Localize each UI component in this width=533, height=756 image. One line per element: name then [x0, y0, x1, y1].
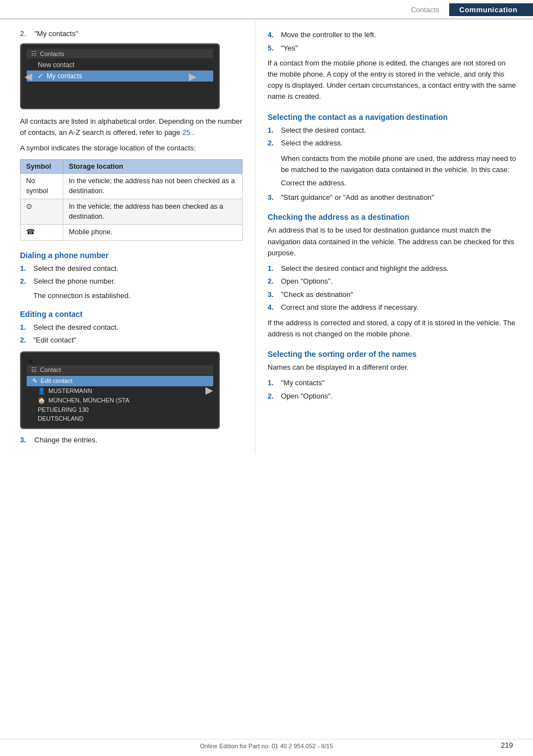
contact-title-icon: ☷	[31, 366, 37, 374]
nav-dest-section-title: Selecting the contact as a navigation de…	[268, 113, 517, 122]
sorting-steps-list: 1."My contacts"2.Open "Options".	[268, 377, 517, 401]
table-cell-description: Mobile phone.	[63, 225, 243, 241]
nav-arrow-right-icon: ▶	[189, 70, 197, 83]
contact-data-row: DEUTSCHLAND	[27, 414, 213, 423]
table-cell-description: In the vehicle; the address has been che…	[63, 199, 243, 225]
main-content: 2. "My contacts" ◀ ☷ Contacts New contac…	[0, 19, 533, 454]
nav-dest-step3-item: 3. "Start guidance" or "Add as another d…	[268, 192, 517, 203]
contact-row-text: MUSTERMANN	[48, 387, 92, 394]
checking-section-title: Checking the address as a destination	[268, 213, 517, 221]
editing-step3: 3. Change the entries.	[20, 436, 243, 444]
table-row: ⊙In the vehicle; the address has been ch…	[21, 199, 243, 225]
step-text: "My contacts"	[281, 377, 325, 389]
contact-data-row: 👤MUSTERMANN	[27, 386, 213, 396]
contact-screen-mockup: ◀ ☷ Contact ✎ Edit contact 👤MUSTERMANN🏠M…	[20, 351, 220, 429]
page-link[interactable]: 25	[182, 128, 190, 137]
contact-row-text: DEUTSCHLAND	[38, 415, 84, 422]
step-text: Select the address.	[281, 138, 343, 149]
contact-row-icon: 👤	[38, 387, 46, 395]
dialing-steps-list: 1.Select the desired contact.2.Select th…	[20, 263, 243, 287]
checking-steps-list: 1.Select the desired contact and highlig…	[268, 263, 517, 313]
table-cell-symbol: ☎	[21, 225, 63, 241]
contact-row-icon: 🏠	[38, 397, 46, 404]
list-item: 2."Edit contact"	[20, 335, 243, 346]
table-cell-description: In the vehicle; the address has not been…	[63, 174, 243, 199]
nav-dest-steps-list: 1.Select the desired contact.2.Select th…	[268, 125, 517, 149]
nav-dest-step3-list: 3. "Start guidance" or "Add as another d…	[268, 192, 517, 203]
step5-num: 5.	[268, 43, 278, 54]
step-num: 1.	[268, 263, 278, 274]
contact-nav-arrow-right-icon: ▶	[205, 384, 213, 396]
screen-title-bar: ☷ Contacts	[27, 49, 213, 58]
step-text: "Edit contact"	[33, 335, 76, 346]
table-col-storage: Storage location	[63, 160, 243, 174]
menu-my-contacts[interactable]: ✓ My contacts	[27, 70, 213, 82]
list-item: 1.Select the desired contact.	[20, 322, 243, 333]
page-footer: Online Edition for Part no. 01 40 2 954 …	[0, 739, 533, 749]
step-text: Open "Options".	[281, 391, 333, 402]
menu-new-contact: New contact	[27, 59, 213, 70]
step4-item: 4. Move the controller to the left.	[268, 29, 517, 41]
nav-dest-indent-text: When contacts from the mobile phone are …	[281, 153, 517, 175]
list-item: 1.Select the desired contact.	[268, 125, 517, 136]
footer-text: Online Edition for Part no. 01 40 2 954 …	[200, 743, 333, 749]
nav-dest-correct: Correct the address.	[281, 178, 517, 189]
nav-dest-step3-text: "Start guidance" or "Add as another dest…	[281, 192, 434, 203]
list-item: 2.Select the phone number.	[20, 276, 243, 287]
table-cell-symbol: No symbol	[21, 174, 63, 199]
contact-row-text: PETUELRING 130	[38, 406, 89, 413]
step-num: 1.	[268, 125, 278, 136]
symbol-table: Symbol Storage location No symbolIn the …	[20, 159, 243, 241]
contacts-screen-mockup: ◀ ☷ Contacts New contact ✓ My contacts ▶	[20, 43, 220, 109]
contact-data-row: 🏠MÜNCHEN, MÜNCHEN (STA	[27, 396, 213, 405]
step-num: 4.	[268, 302, 278, 313]
nav-dest-indent: When contacts from the mobile phone are …	[281, 153, 517, 189]
screen-title: Contacts	[40, 51, 64, 57]
step-text: Select the desired contact.	[281, 125, 366, 136]
table-row: No symbolIn the vehicle; the address has…	[21, 174, 243, 199]
left-column: 2. "My contacts" ◀ ☷ Contacts New contac…	[0, 19, 255, 454]
editing-section-title: Editing a contact	[20, 310, 243, 319]
header-communication-label: Communication	[449, 3, 533, 16]
editing-steps-list: 1.Select the desired contact.2."Edit con…	[20, 322, 243, 346]
right-column: 4. Move the controller to the left. 5. "…	[255, 19, 533, 454]
dialing-note: The connection is established.	[33, 291, 243, 300]
para-alphabetical: All contacts are listed in alphabetical …	[20, 116, 243, 138]
step5-text: "Yes"	[281, 43, 298, 54]
step-text: Select the desired contact and highlight…	[281, 263, 449, 274]
list-item: 1."My contacts"	[268, 377, 517, 389]
checking-para: An address that is to be used for destin…	[268, 225, 517, 258]
steps-4-5-list: 4. Move the controller to the left. 5. "…	[268, 29, 517, 53]
contact-screen-title-bar: ☷ Contact	[27, 365, 213, 375]
step-num: 2.	[268, 138, 278, 149]
editing-step3-num: 3.	[20, 436, 30, 444]
step-text: "Check as destination"	[281, 289, 353, 300]
step2-my-contacts: 2. "My contacts"	[20, 29, 243, 38]
para-symbol: A symbol indicates the storage location …	[20, 143, 243, 154]
list-item: 2.Open "Options".	[268, 276, 517, 287]
step-text: Select the desired contact.	[33, 322, 118, 333]
page-header: Contacts Communication	[0, 0, 533, 19]
step-num: 2.	[20, 335, 30, 346]
step-text: Correct and store the address if necessa…	[281, 302, 419, 313]
step4-text: Move the controller to the left.	[281, 29, 376, 41]
step-num: 2.	[20, 276, 30, 287]
step2-text: "My contacts"	[34, 29, 78, 38]
step-num: 2.	[268, 276, 278, 287]
sorting-para: Names can be displayed in a different or…	[268, 362, 517, 373]
step-num: 3.	[268, 289, 278, 300]
nav-dest-step3-num: 3.	[268, 192, 278, 203]
list-item: 2.Open "Options".	[268, 391, 517, 402]
edit-icon: ✎	[32, 377, 37, 385]
step-num: 1.	[20, 322, 30, 333]
step2-num: 2.	[20, 29, 30, 38]
list-item: 1.Select the desired contact and highlig…	[268, 263, 517, 274]
menu-edit-contact[interactable]: ✎ Edit contact	[27, 376, 213, 386]
table-col-symbol: Symbol	[21, 160, 63, 174]
contact-row-text: MÜNCHEN, MÜNCHEN (STA	[48, 397, 129, 404]
checking-para2: If the address is corrected and stored, …	[268, 317, 517, 340]
step5-item: 5. "Yes"	[268, 43, 517, 54]
step-text: Select the phone number.	[33, 276, 115, 287]
contact-title: Contact	[40, 366, 61, 373]
editing-step3-text: Change the entries.	[34, 436, 97, 444]
